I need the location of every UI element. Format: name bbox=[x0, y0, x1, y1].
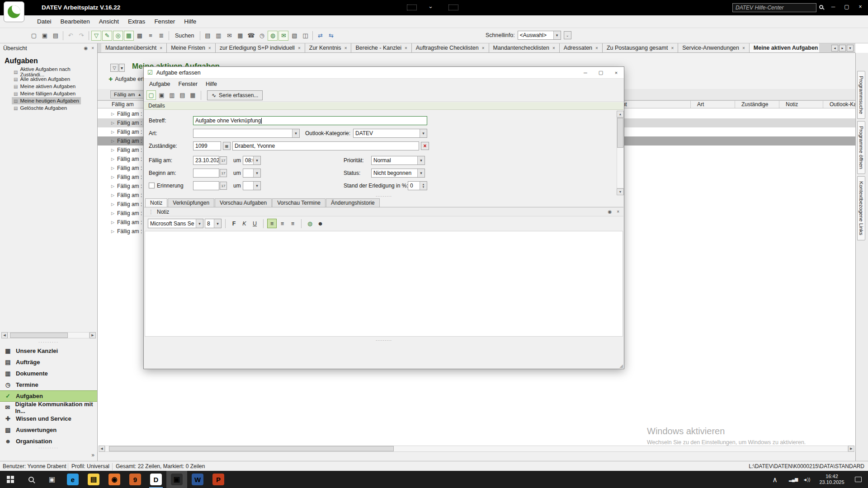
grid-icon[interactable]: ▩ bbox=[135, 31, 145, 41]
filter-icon[interactable]: ▽ bbox=[91, 31, 101, 41]
undo-icon[interactable]: ↶ bbox=[66, 31, 75, 41]
print-preview-icon[interactable]: ▤ bbox=[203, 31, 212, 41]
firefox-icon[interactable]: ◉ bbox=[104, 471, 125, 488]
tab-list-button[interactable]: ▾ bbox=[847, 45, 854, 52]
erinnerung-time-select[interactable]: ▾ bbox=[243, 181, 261, 190]
pin-icon[interactable]: ◉ bbox=[84, 46, 88, 51]
outlook-kategorie-select[interactable]: DATEV▾ bbox=[353, 129, 427, 138]
tree-item[interactable]: ▤ Meine heutigen Aufgaben bbox=[0, 97, 97, 104]
pin-icon[interactable]: ◉ bbox=[608, 209, 612, 214]
bold-button[interactable]: F bbox=[229, 219, 239, 228]
mail-icon[interactable]: ✉ bbox=[224, 31, 234, 41]
chevron-down-icon[interactable]: ▾ bbox=[253, 169, 260, 177]
font-family-select[interactable]: Microsoft Sans Se▾ bbox=[148, 219, 203, 228]
report-icon[interactable]: ▦ bbox=[235, 31, 245, 41]
chevron-down-icon[interactable]: ▾ bbox=[292, 129, 299, 137]
delete-icon[interactable]: ▦ bbox=[188, 90, 198, 100]
expand-icon[interactable]: ▷ bbox=[111, 130, 114, 134]
document-tab[interactable]: Meine aktiven Aufgaben × bbox=[750, 43, 819, 52]
document-tab[interactable]: Zu Postausgang gesamt × bbox=[603, 43, 678, 52]
group-by-chip[interactable]: Fällig am ▲ bbox=[110, 90, 145, 99]
expand-icon[interactable]: ▷ bbox=[111, 157, 114, 161]
calendar-icon[interactable]: 17 bbox=[220, 169, 227, 177]
help-search-input[interactable]: DATEV Hilfe-Center bbox=[732, 3, 816, 12]
scroll-left-icon[interactable]: ◀ bbox=[1, 332, 8, 338]
send-mail-icon[interactable]: ✉ bbox=[278, 31, 288, 41]
datev-arbeitsplatz-icon[interactable]: ▣ bbox=[166, 471, 187, 488]
right-panel-tab[interactable]: Programme öffnen bbox=[857, 121, 865, 174]
dialog-menu-item[interactable]: Fenster bbox=[175, 80, 202, 89]
faellig-am-date-input[interactable]: 23.10.2025 bbox=[193, 156, 219, 165]
file-explorer-icon[interactable]: ▤ bbox=[83, 471, 104, 488]
redo-icon[interactable]: ↷ bbox=[76, 31, 86, 41]
menu-item[interactable]: Extras bbox=[123, 16, 150, 27]
dialog-menu-item[interactable]: Aufgabe bbox=[145, 80, 175, 89]
menu-item[interactable]: Datei bbox=[33, 16, 56, 27]
column-header-outlook-kategorie[interactable]: Outlook-Kategorie bbox=[823, 101, 855, 108]
suchen-button[interactable]: Suchen bbox=[171, 31, 198, 40]
expand-icon[interactable]: ▷ bbox=[111, 211, 114, 216]
tab-close-icon[interactable]: × bbox=[405, 46, 407, 51]
tree-item[interactable]: ▤ Gelöschte Aufgaben bbox=[0, 104, 97, 112]
powerpoint-icon[interactable]: P bbox=[208, 471, 229, 488]
chevron-down-icon[interactable]: ▾ bbox=[417, 156, 425, 164]
globe-icon[interactable]: ◍ bbox=[268, 31, 278, 41]
network-icon[interactable]: ▂▄▆ bbox=[788, 471, 799, 488]
dialog-menu-item[interactable]: Hilfe bbox=[202, 80, 221, 89]
sidebar-item-auswertungen[interactable]: ▧ Auswertungen bbox=[0, 424, 97, 436]
dialog-titlebar[interactable]: ☑ Aufgabe erfassen ─ ▢ × bbox=[144, 67, 624, 79]
datev-icon[interactable]: D bbox=[146, 471, 166, 488]
dialog-maximize-button[interactable]: ▢ bbox=[593, 67, 609, 79]
new-icon[interactable]: ▢ bbox=[29, 31, 39, 41]
tree-item[interactable]: ▤ Aktive Aufgaben nach Zuständi... bbox=[0, 68, 97, 75]
scroll-left-icon[interactable]: ◀ bbox=[99, 446, 105, 452]
start-button[interactable] bbox=[0, 471, 21, 488]
document-tab[interactable]: Adressaten × bbox=[560, 43, 603, 52]
column-header-art[interactable]: Art bbox=[691, 101, 735, 108]
document-tab[interactable]: Mandantenchecklisten × bbox=[489, 43, 560, 52]
expand-icon[interactable]: ▷ bbox=[111, 166, 114, 170]
expand-icon[interactable]: ▷ bbox=[111, 148, 114, 152]
scroll-right-icon[interactable]: ▶ bbox=[848, 446, 854, 452]
document-tab[interactable]: Auftragsfreie Checklisten × bbox=[412, 43, 489, 52]
sync-icon[interactable]: ⇄ bbox=[315, 31, 325, 41]
sidebar-item-aufgaben[interactable]: ✓ Aufgaben bbox=[0, 390, 97, 402]
chevron-down-icon[interactable]: ▾ bbox=[417, 169, 425, 177]
betreff-input[interactable]: Aufgabe ohne Verknüpfung bbox=[193, 116, 427, 125]
copy-icon[interactable]: ▥ bbox=[167, 90, 177, 100]
sidebar-grip[interactable]: ········· bbox=[0, 446, 97, 450]
touchpad-icon[interactable] bbox=[448, 5, 458, 10]
underline-button[interactable]: U bbox=[250, 219, 259, 228]
right-panel-tab[interactable]: Kontextbezogene Links bbox=[857, 176, 865, 240]
tab-close-icon[interactable]: × bbox=[160, 46, 162, 51]
scroll-right-icon[interactable]: ▶ bbox=[90, 332, 96, 338]
search-icon[interactable] bbox=[819, 5, 823, 9]
tab-close-icon[interactable]: × bbox=[482, 46, 485, 51]
expand-icon[interactable]: ▷ bbox=[111, 139, 114, 143]
list-icon[interactable]: ≡ bbox=[146, 31, 156, 41]
close-icon[interactable]: × bbox=[617, 209, 619, 214]
sidebar-item-digitale-kommunikation[interactable]: ✉ Digitale Kommunikation mit In... bbox=[0, 402, 97, 413]
save-icon[interactable]: ▣ bbox=[40, 31, 50, 41]
align-right-button[interactable]: ≡ bbox=[288, 219, 297, 228]
italic-button[interactable]: K bbox=[240, 219, 249, 228]
scroll-up-icon[interactable]: ▲ bbox=[617, 111, 624, 117]
sidebar-collapse-button[interactable]: » bbox=[91, 452, 94, 458]
taskbar-search-button[interactable] bbox=[21, 471, 42, 488]
window-close-button[interactable]: × bbox=[854, 0, 867, 14]
tab-scroll-left-button[interactable]: ◂ bbox=[831, 45, 838, 52]
notiz-text-area[interactable] bbox=[145, 231, 623, 337]
align-center-button[interactable]: ≡ bbox=[278, 219, 287, 228]
align-left-button[interactable]: ≡ bbox=[267, 219, 277, 228]
filter-icon[interactable]: ▽ bbox=[110, 64, 118, 72]
note-icon[interactable]: ▧ bbox=[289, 31, 299, 41]
dialog-tab[interactable]: Verknüpfungen bbox=[168, 198, 214, 207]
erinnerung-date-input[interactable] bbox=[193, 181, 219, 190]
task-view-button[interactable]: ▣ bbox=[42, 471, 62, 488]
column-header-zustaendige[interactable]: Zuständige bbox=[735, 101, 779, 108]
clock[interactable]: 16:4223.10.2025 bbox=[815, 471, 849, 488]
save-icon[interactable]: ▣ bbox=[157, 90, 166, 100]
document-tab[interactable]: Mandantenübersicht × bbox=[101, 43, 167, 52]
sidebar-horizontal-scrollbar[interactable]: ◀ ▶ bbox=[1, 332, 96, 338]
tree-item[interactable]: ▤ Meine aktiven Aufgaben bbox=[0, 83, 97, 90]
